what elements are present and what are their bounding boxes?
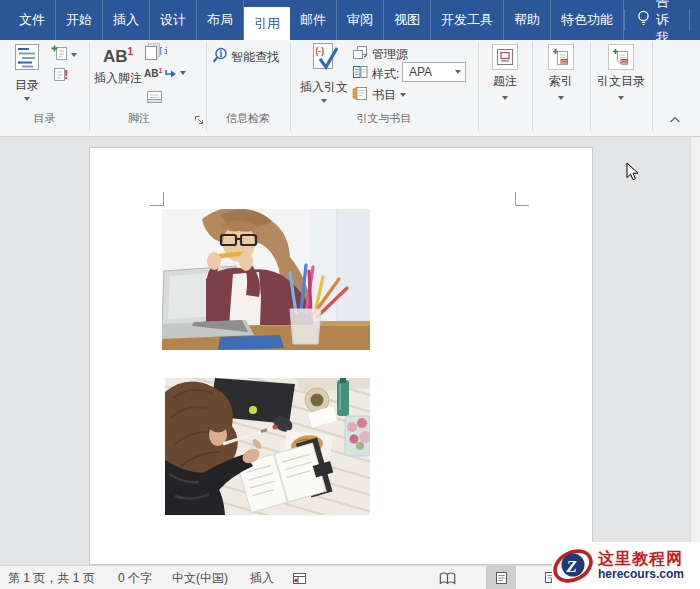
chevron-down-icon bbox=[71, 53, 77, 57]
svg-text:Z: Z bbox=[566, 557, 577, 576]
citation-style-icon bbox=[352, 65, 368, 83]
smart-lookup-label: 智能查找 bbox=[231, 49, 279, 66]
next-footnote-button[interactable]: AB1 bbox=[144, 67, 186, 79]
watermark-z-logo: Z bbox=[552, 545, 596, 587]
chevron-down-icon bbox=[618, 96, 624, 100]
share-button[interactable]: 共享 bbox=[689, 9, 700, 31]
caption-group-label: 题注 bbox=[493, 73, 517, 90]
blue-arrow-icon bbox=[165, 68, 177, 78]
citations-group-label: 引文与书目 bbox=[290, 111, 478, 125]
show-notes-icon bbox=[146, 90, 163, 108]
insert-mode-status[interactable]: 插入 bbox=[250, 566, 274, 589]
combo-dropdown-button[interactable] bbox=[450, 63, 465, 81]
manage-sources-icon bbox=[352, 45, 368, 63]
read-mode-button[interactable] bbox=[432, 566, 462, 589]
chevron-down-icon bbox=[400, 93, 406, 97]
add-text-icon bbox=[51, 45, 68, 64]
watermark-site-name: 这里教程网 bbox=[598, 551, 684, 568]
svg-text:!: ! bbox=[64, 67, 68, 82]
tell-me-button[interactable]: 告诉我 bbox=[624, 9, 681, 31]
toc-button-label: 目录 bbox=[15, 77, 39, 94]
insert-footnote-button[interactable]: AB1 插入脚注 bbox=[92, 46, 144, 87]
toc-button[interactable]: 目录 bbox=[6, 43, 48, 101]
toa-group-label: 引文目录 bbox=[597, 73, 645, 90]
chevron-down-icon bbox=[455, 70, 461, 74]
tab-mailings[interactable]: 邮件 bbox=[290, 0, 337, 40]
mouse-cursor bbox=[626, 162, 639, 181]
tab-special-features[interactable]: 特色功能 bbox=[551, 0, 624, 40]
tab-help[interactable]: 帮助 bbox=[504, 0, 551, 40]
toc-icon bbox=[14, 43, 40, 74]
research-group-label: 信息检索 bbox=[206, 111, 290, 125]
insert-footnote-label: 插入脚注 bbox=[94, 70, 142, 87]
update-toc-button[interactable]: ! bbox=[53, 66, 70, 86]
style-row: 样式: bbox=[352, 65, 399, 83]
chevron-up-icon bbox=[669, 116, 681, 124]
print-layout-button[interactable] bbox=[486, 566, 516, 589]
tab-home[interactable]: 开始 bbox=[56, 0, 103, 40]
chevron-down-icon bbox=[502, 96, 508, 100]
word-count-status[interactable]: 0 个字 bbox=[118, 566, 152, 589]
svg-text:[i]: [i] bbox=[158, 46, 167, 56]
tab-design[interactable]: 设计 bbox=[150, 0, 197, 40]
index-group-button[interactable]: 索引 bbox=[532, 44, 590, 100]
citation-style-select[interactable]: APA bbox=[402, 62, 466, 82]
insert-endnote-icon: [i] bbox=[145, 43, 167, 63]
macro-record-button[interactable] bbox=[292, 566, 307, 589]
document-page[interactable] bbox=[89, 147, 593, 565]
footnotes-dialog-launcher[interactable] bbox=[194, 114, 204, 128]
table-of-authorities-group-button[interactable]: 引文目录 bbox=[590, 44, 652, 100]
collapse-ribbon-button[interactable] bbox=[669, 113, 681, 127]
tab-review[interactable]: 审阅 bbox=[337, 0, 384, 40]
footnote-ab-icon: AB1 bbox=[103, 46, 133, 67]
citation-style-value: APA bbox=[403, 65, 450, 79]
insert-citation-button[interactable]: (-) 插入引文 bbox=[296, 42, 352, 103]
bibliography-button[interactable]: 书目 bbox=[352, 86, 406, 104]
svg-text:(-): (-) bbox=[316, 46, 325, 56]
lightbulb-icon bbox=[637, 10, 650, 30]
photo-desk-overhead[interactable] bbox=[165, 378, 370, 515]
tab-references[interactable]: 引用 bbox=[244, 7, 290, 40]
document-area bbox=[0, 137, 700, 565]
tab-view[interactable]: 视图 bbox=[384, 0, 431, 40]
vertical-scrollbar[interactable] bbox=[690, 137, 700, 565]
bibliography-icon bbox=[352, 86, 368, 104]
add-text-button[interactable] bbox=[51, 45, 77, 64]
smart-lookup-icon: i bbox=[212, 47, 228, 67]
photo-woman-laptop[interactable] bbox=[162, 209, 370, 350]
tab-file[interactable]: 文件 bbox=[8, 0, 56, 40]
show-notes-button[interactable] bbox=[146, 90, 163, 108]
chevron-down-icon bbox=[321, 99, 327, 103]
macro-record-icon bbox=[292, 572, 307, 585]
index-icon bbox=[548, 44, 574, 70]
tab-layout[interactable]: 布局 bbox=[197, 0, 244, 40]
table-of-authorities-icon bbox=[608, 44, 634, 70]
ribbon-references: 目录 ! 目录 bbox=[0, 40, 700, 137]
chevron-down-icon bbox=[24, 97, 30, 101]
caption-group-button[interactable]: 题注 bbox=[478, 44, 532, 100]
smart-lookup-button[interactable]: i 智能查找 bbox=[212, 47, 279, 67]
print-layout-icon bbox=[495, 571, 508, 585]
page-number-status[interactable]: 第 1 页，共 1 页 bbox=[8, 566, 95, 589]
manage-sources-label: 管理源 bbox=[372, 46, 408, 63]
margin-crop-mark-top-right bbox=[515, 192, 529, 206]
read-mode-icon bbox=[439, 572, 456, 585]
ribbon-tab-bar: 文件 开始 插入 设计 布局 引用 邮件 审阅 视图 开发工具 帮助 特色功能 … bbox=[0, 0, 700, 40]
tabbar-right-cluster: 告诉我 共享 bbox=[624, 0, 700, 40]
chevron-down-icon bbox=[558, 96, 564, 100]
word-window: 文件 开始 插入 设计 布局 引用 邮件 审阅 视图 开发工具 帮助 特色功能 … bbox=[0, 0, 700, 589]
insert-endnote-button[interactable]: [i] bbox=[145, 43, 167, 63]
footnotes-group-label: 脚注 bbox=[89, 111, 189, 125]
tab-insert[interactable]: 插入 bbox=[103, 0, 150, 40]
toc-group-label: 目录 bbox=[0, 111, 89, 125]
style-label: 样式: bbox=[372, 66, 399, 83]
language-status[interactable]: 中文(中国) bbox=[172, 566, 228, 589]
tab-developer[interactable]: 开发工具 bbox=[431, 0, 504, 40]
watermark-site-url: herecours.com bbox=[598, 568, 684, 581]
update-toc-icon: ! bbox=[53, 66, 70, 86]
site-watermark: Z 这里教程网 herecours.com bbox=[552, 542, 700, 589]
next-footnote-icon: AB1 bbox=[144, 67, 162, 79]
margin-crop-mark-top-left bbox=[150, 192, 164, 206]
bibliography-label: 书目 bbox=[372, 87, 396, 104]
manage-sources-button[interactable]: 管理源 bbox=[352, 45, 408, 63]
